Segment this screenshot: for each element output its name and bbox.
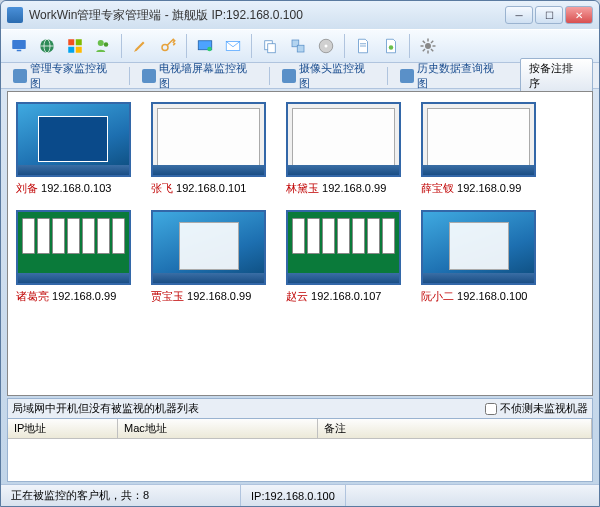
- client-ip: 192.168.0.99: [184, 290, 251, 302]
- doc-mini-icon: [400, 69, 414, 83]
- client-grid: 刘备 192.168.0.103张飞 192.168.0.101林黛玉 192.…: [16, 102, 584, 304]
- brush-icon[interactable]: [128, 34, 152, 58]
- client-screenshot[interactable]: [421, 210, 536, 285]
- tab-camera-view[interactable]: 摄像头监控视图: [276, 59, 381, 93]
- copy-icon[interactable]: [258, 34, 282, 58]
- client-screenshot[interactable]: [16, 102, 131, 177]
- unmonitored-title: 局域网中开机但没有被监视的机器列表: [12, 401, 485, 416]
- svg-rect-16: [268, 44, 276, 53]
- document2-icon[interactable]: [379, 34, 403, 58]
- col-mac[interactable]: Mac地址: [118, 419, 318, 438]
- status-bar: 正在被监控的客户机，共：8 IP:192.168.0.100: [1, 484, 599, 506]
- svg-rect-18: [297, 45, 304, 52]
- col-ip[interactable]: IP地址: [8, 419, 118, 438]
- view-tabs: 管理专家监控视图 电视墙屏幕监控视图 摄像头监控视图 历史数据查询视图 按备注排…: [1, 63, 599, 89]
- client-label: 贾宝玉 192.168.0.99: [151, 289, 266, 304]
- minimize-button[interactable]: ─: [505, 6, 533, 24]
- client-grid-panel: 刘备 192.168.0.103张飞 192.168.0.101林黛玉 192.…: [7, 91, 593, 396]
- svg-line-29: [423, 41, 425, 43]
- window-controls: ─ ☐ ✕: [505, 6, 593, 24]
- svg-point-23: [389, 45, 394, 50]
- monitor-mini-icon: [13, 69, 27, 83]
- toolbar-separator: [344, 34, 345, 58]
- client-name: 赵云: [286, 290, 308, 302]
- col-note[interactable]: 备注: [318, 419, 592, 438]
- client-screenshot[interactable]: [151, 210, 266, 285]
- client-ip: 192.168.0.99: [49, 290, 116, 302]
- client-thumbnail[interactable]: 赵云 192.168.0.107: [286, 210, 401, 304]
- client-name: 阮小二: [421, 290, 454, 302]
- globe-icon[interactable]: [35, 34, 59, 58]
- svg-point-9: [98, 40, 104, 46]
- client-thumbnail[interactable]: 薛宝钗 192.168.0.99: [421, 102, 536, 196]
- client-screenshot[interactable]: [286, 102, 401, 177]
- sort-button[interactable]: 按备注排序: [520, 58, 593, 94]
- svg-line-31: [423, 49, 425, 51]
- svg-point-10: [104, 42, 109, 47]
- client-label: 诸葛亮 192.168.0.99: [16, 289, 131, 304]
- client-ip: 192.168.0.103: [38, 182, 111, 194]
- client-thumbnail[interactable]: 刘备 192.168.0.103: [16, 102, 131, 196]
- client-screenshot[interactable]: [421, 102, 536, 177]
- no-detect-checkbox[interactable]: [485, 403, 497, 415]
- client-thumbnail[interactable]: 林黛玉 192.168.0.99: [286, 102, 401, 196]
- key-icon[interactable]: [156, 34, 180, 58]
- unmonitored-panel: 局域网中开机但没有被监视的机器列表 不侦测未监视机器 IP地址 Mac地址 备注: [7, 398, 593, 482]
- client-name: 刘备: [16, 182, 38, 194]
- toolbar-separator: [186, 34, 187, 58]
- windows-icon[interactable]: [63, 34, 87, 58]
- tab-tvwall-view[interactable]: 电视墙屏幕监控视图: [136, 59, 263, 93]
- duplicate-icon[interactable]: [286, 34, 310, 58]
- users-icon[interactable]: [91, 34, 115, 58]
- maximize-button[interactable]: ☐: [535, 6, 563, 24]
- client-name: 林黛玉: [286, 182, 319, 194]
- titlebar[interactable]: WorkWin管理专家管理端 - 旗舰版 IP:192.168.0.100 ─ …: [1, 1, 599, 29]
- monitor-icon[interactable]: [7, 34, 31, 58]
- svg-rect-1: [17, 50, 22, 52]
- svg-point-13: [207, 47, 212, 52]
- toolbar-separator: [409, 34, 410, 58]
- client-ip: 192.168.0.99: [454, 182, 521, 194]
- client-ip: 192.168.0.107: [308, 290, 381, 302]
- app-window: WorkWin管理专家管理端 - 旗舰版 IP:192.168.0.100 ─ …: [0, 0, 600, 507]
- unmonitored-header: 局域网中开机但没有被监视的机器列表 不侦测未监视机器: [7, 398, 593, 418]
- client-screenshot[interactable]: [286, 210, 401, 285]
- table-header: IP地址 Mac地址 备注: [8, 419, 592, 439]
- svg-rect-8: [76, 47, 82, 53]
- screen-icon[interactable]: [193, 34, 217, 58]
- client-label: 张飞 192.168.0.101: [151, 181, 266, 196]
- svg-line-30: [431, 49, 433, 51]
- client-thumbnail[interactable]: 贾宝玉 192.168.0.99: [151, 210, 266, 304]
- client-ip: 192.168.0.100: [454, 290, 527, 302]
- svg-rect-0: [12, 40, 26, 49]
- grid-mini-icon: [142, 69, 156, 83]
- mail-icon[interactable]: [221, 34, 245, 58]
- client-ip: 192.168.0.99: [319, 182, 386, 194]
- toolbar-separator: [121, 34, 122, 58]
- tab-separator: [129, 67, 130, 85]
- no-detect-checkbox-label[interactable]: 不侦测未监视机器: [485, 401, 588, 416]
- svg-point-20: [325, 45, 328, 48]
- gear-icon[interactable]: [416, 34, 440, 58]
- client-name: 诸葛亮: [16, 290, 49, 302]
- svg-point-11: [162, 45, 168, 51]
- window-title: WorkWin管理专家管理端 - 旗舰版 IP:192.168.0.100: [29, 7, 505, 24]
- client-screenshot[interactable]: [16, 210, 131, 285]
- document-icon[interactable]: [351, 34, 375, 58]
- client-label: 刘备 192.168.0.103: [16, 181, 131, 196]
- close-button[interactable]: ✕: [565, 6, 593, 24]
- tab-expert-view[interactable]: 管理专家监控视图: [7, 59, 123, 93]
- client-screenshot[interactable]: [151, 102, 266, 177]
- client-label: 薛宝钗 192.168.0.99: [421, 181, 536, 196]
- client-name: 贾宝玉: [151, 290, 184, 302]
- disc-icon[interactable]: [314, 34, 338, 58]
- client-thumbnail[interactable]: 诸葛亮 192.168.0.99: [16, 210, 131, 304]
- client-thumbnail[interactable]: 阮小二 192.168.0.100: [421, 210, 536, 304]
- client-label: 阮小二 192.168.0.100: [421, 289, 536, 304]
- client-thumbnail[interactable]: 张飞 192.168.0.101: [151, 102, 266, 196]
- tab-history-view[interactable]: 历史数据查询视图: [394, 59, 510, 93]
- unmonitored-table[interactable]: IP地址 Mac地址 备注: [7, 418, 593, 482]
- camera-mini-icon: [282, 69, 296, 83]
- tab-separator: [269, 67, 270, 85]
- client-name: 薛宝钗: [421, 182, 454, 194]
